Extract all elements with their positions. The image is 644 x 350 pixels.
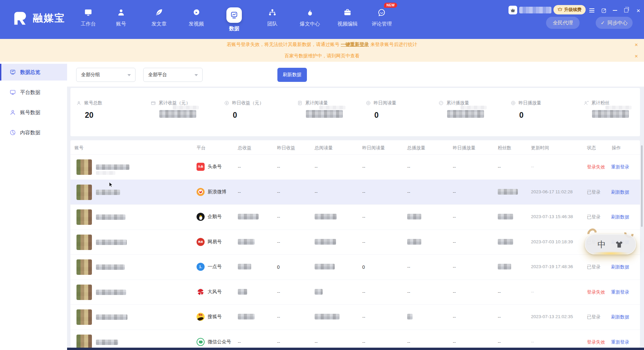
updated-time: 2023-07-13 15:46:38 <box>531 214 573 219</box>
table-row-1[interactable]: 头条头条号----------------登录失效重新登录 <box>70 154 640 180</box>
ime-skin-icon[interactable] <box>615 240 624 249</box>
platform-name: 一点号 <box>208 264 222 270</box>
nav-item-2[interactable]: 账号 <box>105 7 137 27</box>
account-avatar-redacted <box>76 185 92 200</box>
value-cell: -- <box>362 290 365 295</box>
nav-item-9[interactable]: 评论管理NEW <box>366 7 398 27</box>
value-cell: -- <box>453 340 456 345</box>
account-avatar-redacted <box>76 259 92 275</box>
banner-close-icon[interactable]: × <box>635 42 638 48</box>
account-name-redacted <box>96 290 126 295</box>
refresh-data-button[interactable]: 刷新数据 <box>277 68 307 82</box>
updated-time: -- <box>531 164 534 169</box>
upgrade-label: 升级续费 <box>564 7 582 13</box>
refresh-link[interactable]: 刷新数据 <box>611 264 629 270</box>
group-select-value: 全部分组 <box>81 72 100 78</box>
refresh-link[interactable]: 刷新数据 <box>611 314 629 320</box>
table-row-8[interactable]: 微信公众号----------------登录失效重新登录 <box>70 330 640 348</box>
sidebar-item-label: 账号数据 <box>20 109 40 116</box>
value-cell: -- <box>238 164 241 169</box>
column-header-4: 昨日收益 <box>277 145 295 151</box>
coin-icon <box>224 100 229 106</box>
relogin-link[interactable]: 重新登录 <box>611 339 629 345</box>
chevron-down-icon <box>195 74 198 76</box>
refresh-link[interactable]: 刷新数据 <box>611 189 629 195</box>
nav-item-1[interactable]: 工作台 <box>72 7 104 27</box>
disc-icon <box>511 100 516 106</box>
status-badge: 已登录 <box>587 214 601 220</box>
value-cell: -- <box>453 164 456 169</box>
platform-select[interactable]: 全部平台 <box>143 68 203 82</box>
nav-item-5[interactable]: 数据 <box>218 7 250 32</box>
table-row-3[interactable]: 企鹅号------2023-07-13 15:46:38已登录刷新数据 <box>70 204 640 230</box>
nav-item-3[interactable]: 发文章 <box>143 7 175 27</box>
video-icon <box>191 7 201 17</box>
table-row-5[interactable]: 1.一点号00----2023-07-19 17:48:36已登录刷新数据 <box>70 254 640 280</box>
agent-button[interactable]: 全民代理 <box>546 17 580 29</box>
column-header-8: 昨日播放量 <box>453 145 476 151</box>
status-badge: 已登录 <box>587 314 601 320</box>
close-button[interactable]: × <box>634 6 643 15</box>
updated-time: 2023-06-17 11:02:28 <box>531 189 573 194</box>
doc-icon <box>297 100 303 106</box>
value-redacted <box>238 239 255 245</box>
value-cell: -- <box>407 340 410 345</box>
vertical-scrollbar[interactable] <box>641 145 643 227</box>
table-row-2[interactable]: 新浪微博------------2023-06-17 11:02:28已登录刷新… <box>70 180 640 205</box>
table-row-6[interactable]: 大风号------------登录失效重新登录 <box>70 280 640 305</box>
group-select[interactable]: 全部分组 <box>76 68 136 82</box>
stat-value: 0 <box>519 111 541 120</box>
top-navbar: 融媒宝 工作台账号发文章发视频数据团队爆文中心视频编辑评论管理NEW 升级续费 … <box>0 0 644 39</box>
sidebar-item-2[interactable]: 平台数据 <box>0 84 67 101</box>
overview-icon <box>9 69 16 76</box>
refresh-link[interactable]: 刷新数据 <box>611 214 629 220</box>
user-icon <box>116 7 126 17</box>
value-cell: -- <box>362 190 365 195</box>
stat-value-redacted <box>159 110 196 118</box>
relogin-link[interactable]: 一键重新登录 <box>341 42 369 47</box>
platform-name: 新浪微博 <box>208 189 226 195</box>
ime-language-toggle[interactable]: 中 <box>598 239 606 250</box>
relogin-link[interactable]: 重新登录 <box>611 289 629 295</box>
value-redacted <box>498 264 511 269</box>
nav-item-6[interactable]: 团队 <box>256 7 288 27</box>
sidebar-item-label: 数据总览 <box>20 69 40 76</box>
maximize-button[interactable] <box>622 6 631 15</box>
nav-item-7[interactable]: 爆文中心 <box>294 7 326 27</box>
nav-item-4[interactable]: 发视频 <box>180 7 212 27</box>
nav-item-label: 账号 <box>105 21 137 27</box>
value-cell: -- <box>277 340 280 345</box>
sidebar-item-3[interactable]: 账号数据 <box>0 104 67 121</box>
value-cell: -- <box>362 214 365 219</box>
stat-4: 累计阅读量 <box>297 100 343 118</box>
feedback-edit-icon[interactable] <box>599 6 608 15</box>
sync-center-button[interactable]: ✓ 同步中心 <box>596 17 633 29</box>
sidebar-item-1[interactable]: 数据总览 <box>0 64 67 81</box>
nav-item-8[interactable]: 视频编辑 <box>331 7 364 27</box>
chevron-down-icon <box>127 74 131 76</box>
platform-cell: 1.一点号 <box>197 263 222 271</box>
banner-close-icon[interactable]: × <box>635 53 638 59</box>
tree-icon <box>267 7 277 17</box>
table-row-7[interactable]: 搜狐搜狐号--------2023-07-13 21:02:35已登录刷新数据 <box>70 304 640 330</box>
value-cell: -- <box>362 340 365 345</box>
value-cell: -- <box>498 164 501 169</box>
username-redacted[interactable] <box>519 7 551 13</box>
app-window: 融媒宝 工作台账号发文章发视频数据团队爆文中心视频编辑评论管理NEW 升级续费 … <box>0 0 644 350</box>
platform-name: 搜狐号 <box>208 314 222 320</box>
platform-name: 网易号 <box>208 239 222 245</box>
platform-cell: 网易网易号 <box>197 238 222 246</box>
stat-label: 账号总数 <box>84 100 102 106</box>
value-cell: -- <box>315 190 318 195</box>
upgrade-renew-button[interactable]: 升级续费 <box>553 5 586 14</box>
logo-icon <box>11 9 29 27</box>
value-cell: -- <box>453 290 456 295</box>
menu-icon[interactable] <box>587 6 596 15</box>
stat-3: 昨日收益（元）0 <box>224 100 264 120</box>
sidebar-item-4[interactable]: 内容数据 <box>0 124 67 141</box>
trend-icon <box>438 100 444 106</box>
table-row-4[interactable]: 网易网易号------2023-07-03 10:18:39已登录刷新数据 <box>70 230 640 255</box>
vip-crown-badge[interactable] <box>508 6 517 14</box>
minimize-button[interactable] <box>610 6 619 15</box>
relogin-link[interactable]: 重新登录 <box>611 164 629 170</box>
